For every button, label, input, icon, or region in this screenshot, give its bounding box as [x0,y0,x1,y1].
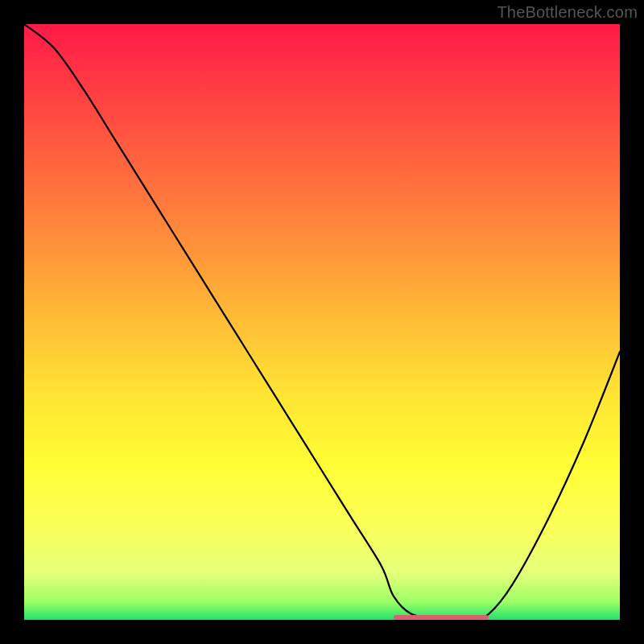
watermark-text: TheBottleneck.com [497,3,638,22]
plot-area [24,24,620,620]
optimal-range-marker [394,615,489,620]
bottleneck-curve [24,24,620,620]
chart-frame: TheBottleneck.com [0,0,644,644]
